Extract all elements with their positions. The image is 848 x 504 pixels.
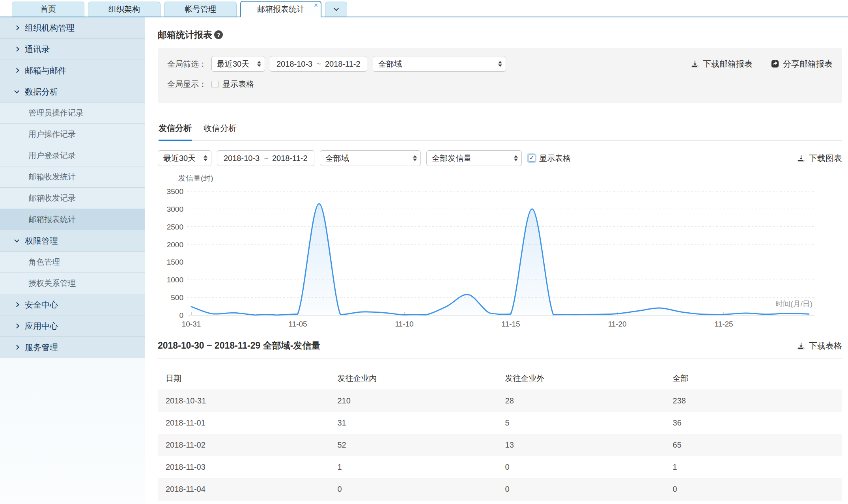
chart-domain-select[interactable]: 全部域	[320, 150, 421, 166]
table-cell: 1	[665, 456, 842, 478]
table-cell: 13	[497, 434, 665, 456]
sidebar-item-label: 权限管理	[25, 235, 58, 246]
sidebar-item-11[interactable]: 角色管理	[0, 252, 145, 273]
table-header: 日期发往企业内发往企业外全部	[158, 367, 842, 390]
global-date-from-input[interactable]: 2018-10-3	[274, 60, 315, 69]
date-separator: ~	[262, 154, 270, 163]
sidebar-item-13[interactable]: 安全中心	[0, 294, 145, 315]
sidebar-item-10[interactable]: 权限管理	[0, 230, 145, 252]
chevron-right-icon	[14, 302, 19, 307]
chart-show-table-label: 显示表格	[539, 153, 571, 164]
global-filter-label: 全局筛选：	[167, 59, 207, 69]
help-icon[interactable]: ?	[214, 30, 223, 39]
sidebar-item-label: 邮箱收发记录	[28, 193, 76, 203]
table-column-header: 全部	[665, 367, 842, 390]
table-row: 2018-11-03101	[158, 456, 842, 478]
analysis-tabs: 发信分析收信分析	[158, 117, 842, 141]
chevron-right-icon	[14, 68, 19, 73]
sidebar-item-label: 通讯录	[25, 44, 50, 55]
sidebar-item-label: 安全中心	[25, 299, 58, 310]
table-column-header: 发往企业外	[497, 367, 665, 390]
share-icon	[771, 60, 779, 68]
line-chart: 发信量(封) 050010001500200025003000350010-31…	[158, 173, 842, 332]
chevron-right-icon	[14, 323, 19, 329]
chart-date-from-input[interactable]: 2018-10-3	[221, 154, 262, 163]
chevron-down-icon	[14, 237, 19, 243]
sidebar-item-label: 组织机构管理	[25, 22, 75, 34]
svg-text:3500: 3500	[167, 187, 183, 196]
table-row: 2018-11-04000	[158, 478, 842, 500]
chart-range-select[interactable]: 最近30天	[158, 150, 211, 166]
tab-overflow-button[interactable]	[325, 2, 347, 17]
table-cell: 238	[665, 390, 842, 412]
sidebar-item-0[interactable]: 组织机构管理	[0, 17, 145, 39]
table-cell: 1	[329, 456, 497, 478]
svg-text:11-20: 11-20	[608, 320, 626, 328]
table-cell: 0	[329, 478, 497, 500]
updown-arrows-icon	[514, 155, 518, 161]
table-cell: 5	[497, 412, 665, 434]
updown-arrows-icon	[498, 61, 502, 67]
tab-label: 首页	[40, 4, 56, 15]
download-chart-button[interactable]: 下载图表	[797, 153, 842, 164]
table-row: 2018-11-0131536	[158, 412, 842, 434]
global-range-select[interactable]: 最近30天	[211, 56, 265, 72]
global-date-to-input[interactable]: 2018-11-2	[323, 60, 363, 69]
analysis-tab-0[interactable]: 发信分析	[159, 117, 192, 141]
tab-close-icon[interactable]: ×	[314, 2, 318, 9]
sidebar-item-14[interactable]: 应用中心	[0, 315, 145, 337]
chevron-right-icon	[14, 345, 19, 350]
sidebar-item-label: 数据分析	[25, 86, 58, 97]
global-domain-select[interactable]: 全部域	[373, 56, 506, 72]
analysis-tab-1[interactable]: 收信分析	[204, 117, 237, 141]
sidebar-item-7[interactable]: 邮箱收发统计	[0, 166, 145, 188]
chart-range-value: 最近30天	[163, 153, 196, 164]
tab-2[interactable]: 帐号管理	[164, 2, 237, 17]
chart-date-to-input[interactable]: 2018-11-2	[270, 154, 310, 163]
updown-arrows-icon	[413, 155, 417, 161]
table-cell: 0	[497, 478, 665, 500]
download-icon	[797, 154, 805, 162]
sidebar-item-5[interactable]: 用户操作记录	[0, 124, 145, 145]
chevron-right-icon	[14, 47, 19, 52]
chart-y-axis-unit: 发信量(封)	[158, 173, 842, 185]
global-show-table-checkbox[interactable]	[211, 81, 219, 88]
sidebar-item-4[interactable]: 管理员操作记录	[0, 103, 145, 124]
sidebar-item-6[interactable]: 用户登录记录	[0, 145, 145, 166]
sidebar-item-9[interactable]: 邮箱报表统计	[0, 209, 145, 230]
svg-text:0: 0	[179, 311, 183, 319]
analysis-section: 发信分析收信分析 最近30天 2018-10-3 ~ 2018-11-2 全部域…	[158, 117, 842, 500]
download-table-button[interactable]: 下载表格	[797, 340, 842, 351]
table-cell: 2018-10-31	[158, 390, 329, 412]
sidebar-item-3[interactable]: 数据分析	[0, 81, 145, 103]
tab-0[interactable]: 首页	[12, 2, 84, 17]
date-separator: ~	[315, 60, 323, 69]
top-tab-bar: 首页组织架构帐号管理邮箱报表统计×	[0, 0, 848, 17]
table-cell: 28	[497, 390, 665, 412]
chart-date-range[interactable]: 2018-10-3 ~ 2018-11-2	[217, 150, 314, 166]
stats-table: 日期发往企业内发往企业外全部 2018-10-31210282382018-11…	[158, 367, 842, 500]
sidebar-item-label: 授权关系管理	[28, 278, 76, 289]
sidebar-item-15[interactable]: 服务管理	[0, 337, 145, 358]
sidebar-item-label: 应用中心	[25, 321, 58, 332]
tab-label: 帐号管理	[185, 4, 216, 15]
chevron-down-icon	[334, 6, 339, 11]
tab-3[interactable]: 邮箱报表统计×	[240, 1, 321, 17]
sidebar-item-12[interactable]: 授权关系管理	[0, 273, 145, 294]
chart-show-table-checkbox[interactable]	[528, 155, 535, 162]
sidebar-item-2[interactable]: 邮箱与邮件	[0, 60, 145, 81]
table-column-header: 发往企业内	[329, 367, 497, 390]
sidebar-item-label: 邮箱收发统计	[28, 172, 76, 182]
global-date-range[interactable]: 2018-10-3 ~ 2018-11-2	[270, 56, 367, 72]
table-cell: 0	[665, 478, 842, 500]
sidebar-item-8[interactable]: 邮箱收发记录	[0, 188, 145, 209]
tab-1[interactable]: 组织架构	[88, 2, 161, 17]
download-table-label: 下载表格	[809, 340, 842, 351]
share-report-button[interactable]: 分享邮箱报表	[771, 58, 833, 69]
main-content: 邮箱统计报表 ? 全局筛选： 最近30天 2018-10-3 ~ 2018-11…	[145, 17, 848, 504]
chart-canvas: 050010001500200025003000350010-3111-0511…	[158, 185, 824, 332]
sidebar-item-label: 角色管理	[28, 257, 60, 267]
download-report-button[interactable]: 下载邮箱报表	[691, 58, 753, 69]
chart-volume-select[interactable]: 全部发信量	[426, 150, 522, 166]
sidebar-item-1[interactable]: 通讯录	[0, 39, 145, 60]
